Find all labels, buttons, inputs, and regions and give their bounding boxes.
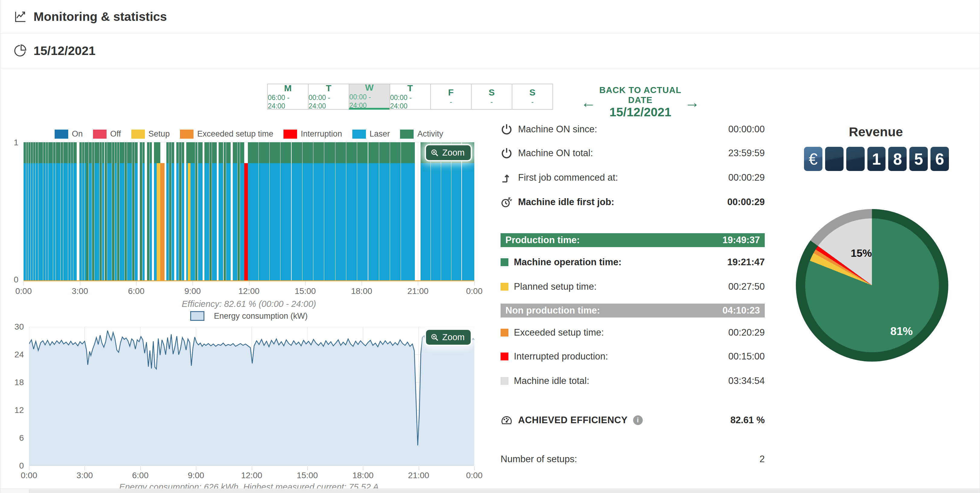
legend-item: Activity (400, 129, 443, 139)
production-time-header: Production time: 19:49:37 (501, 233, 765, 247)
weekday-cell-0[interactable]: M06:00 - 24:00 (267, 84, 309, 110)
weekday-cell-6[interactable]: S- (512, 84, 553, 110)
energy-legend-label: Energy consumption (kW) (214, 311, 308, 321)
legend-label: Exceeded setup time (197, 129, 273, 139)
legend-swatch (55, 129, 68, 139)
legend-label: Setup (148, 129, 170, 139)
weekday-cell-1[interactable]: T00:00 - 24:00 (308, 84, 349, 110)
exceeded-swatch (501, 329, 508, 337)
weekday-cell-2[interactable]: W00:00 - 24:00 (349, 84, 390, 110)
legend-item: Laser (352, 129, 390, 139)
scrollbar-thumb[interactable] (29, 489, 980, 493)
stat-machine-on-since: Machine ON since: 00:00:00 (501, 122, 765, 136)
revenue-counter: € 1 8 5 6 (804, 147, 949, 171)
weekday-label: S (529, 87, 535, 97)
stat-label: Interrupted production: (514, 351, 608, 362)
x-axis-label: 15:00 (297, 471, 318, 480)
weekday-cell-5[interactable]: S- (471, 84, 512, 110)
stat-machine-idle-first-job: Machine idle first job: 00:00:29 (501, 195, 765, 209)
x-axis-label: 0:00 (21, 471, 37, 480)
weekday-cell-4[interactable]: F- (430, 84, 472, 110)
weekday-label: F (448, 87, 453, 97)
machine-state-timeline-chart[interactable]: Zoom (24, 142, 474, 281)
operation-swatch (501, 258, 508, 266)
setup-swatch (501, 283, 508, 290)
x-axis-label: 3:00 (72, 286, 88, 296)
pie-slices[interactable] (805, 219, 939, 352)
x-axis-label: 9:00 (185, 286, 201, 296)
timeline-zoom-button[interactable]: Zoom (426, 145, 471, 160)
digit-tile (825, 147, 843, 171)
timeline-x-ticks (24, 281, 474, 286)
week-selector: M06:00 - 24:00 T00:00 - 24:00 W00:00 - 2… (268, 84, 553, 110)
nav-date: 15/12/2021 (609, 105, 671, 119)
section-value: 04:10:23 (722, 305, 760, 316)
digit-tile: 6 (931, 147, 949, 171)
timeline-baseline (24, 280, 474, 281)
legend-item: Interruption (283, 129, 342, 139)
timeline-x-labels: 0:003:006:009:0012:0015:0018:0021:000:00 (24, 286, 474, 297)
x-axis-label: 18:00 (351, 286, 372, 296)
stat-achieved-efficiency: ACHIEVED EFFICIENCY i 82.61 % (501, 413, 765, 427)
section-label: Non production time: (505, 305, 600, 316)
weekday-range: - (450, 97, 452, 106)
gauge-icon (501, 414, 513, 426)
zoom-in-icon (430, 333, 439, 342)
weekday-range: - (491, 97, 493, 106)
stat-value: 00:20:29 (728, 327, 765, 338)
idle-swatch (501, 377, 508, 385)
stat-label: Machine idle first job: (518, 197, 614, 207)
stat-label: Machine ON total: (518, 148, 593, 159)
monitoring-dashboard: Monitoring & statistics 15/12/2021 M06:0… (0, 0, 980, 493)
legend-label: On (72, 129, 83, 139)
legend-swatch (352, 129, 366, 139)
timeline-y-max: 1 (6, 138, 18, 147)
energy-zoom-button[interactable]: Zoom (426, 330, 471, 345)
stat-value: 00:15:00 (728, 351, 765, 362)
x-axis-label: 6:00 (128, 286, 145, 296)
digit-tile: 8 (888, 147, 907, 171)
time-distribution-pie-chart: 15% 81% (796, 209, 948, 362)
y-axis-label: 6 (9, 433, 24, 443)
x-axis-label: 0:00 (15, 286, 32, 296)
energy-consumption-chart[interactable]: Zoom (29, 327, 474, 466)
legend-swatch (400, 129, 414, 139)
x-axis-label: 3:00 (76, 471, 93, 480)
stat-interrupted-production: Interrupted production: 00:15:00 (501, 349, 765, 364)
back-to-actual-date[interactable]: BACK TO ACTUAL DATE 15/12/2021 (598, 85, 682, 119)
prev-day-arrow[interactable]: ← (579, 95, 598, 110)
non-production-time-header: Non production time: 04:10:23 (501, 303, 765, 317)
x-axis-label: 21:00 (407, 286, 428, 296)
power-icon (501, 123, 513, 135)
pie-chart-icon (14, 44, 27, 58)
current-date: 15/12/2021 (33, 44, 95, 58)
x-axis-label: 18:00 (352, 471, 374, 480)
legend-item: Off (93, 129, 121, 139)
date-header: 15/12/2021 (0, 34, 980, 68)
digit-tile: 5 (909, 147, 928, 171)
legend-item: Exceeded setup time (180, 129, 273, 139)
stat-value: 00:00:00 (728, 124, 765, 135)
stat-value: 00:00:29 (728, 172, 765, 183)
energy-x-labels: 0:003:006:009:0012:0015:0018:0021:000:00 (29, 471, 474, 481)
legend-swatch (131, 129, 145, 139)
efficiency-caption: Efficiency: 82.61 % (00:00 - 24:00) (24, 299, 474, 309)
legend-swatch (283, 129, 297, 139)
horizontal-scrollbar (0, 488, 980, 493)
pie-label-main: 81% (890, 325, 913, 338)
page-header: Monitoring & statistics (0, 0, 980, 34)
next-day-arrow[interactable]: → (682, 95, 702, 110)
energy-legend: Energy consumption (kW) (24, 311, 474, 321)
zoom-in-icon (430, 148, 439, 157)
date-navigation: ← BACK TO ACTUAL DATE 15/12/2021 → (579, 85, 702, 119)
legend-swatch (93, 129, 107, 139)
y-axis-label: 0 (9, 461, 24, 471)
info-icon[interactable]: i (633, 415, 643, 425)
stat-value: 82.61 % (730, 415, 765, 426)
power-icon (501, 147, 513, 159)
digit-tile: 1 (867, 147, 886, 171)
energy-area-svg (29, 327, 474, 466)
x-axis-label: 12:00 (241, 471, 262, 480)
weekday-cell-3[interactable]: T00:00 - 24:00 (390, 84, 431, 110)
legend-item: On (55, 129, 83, 139)
